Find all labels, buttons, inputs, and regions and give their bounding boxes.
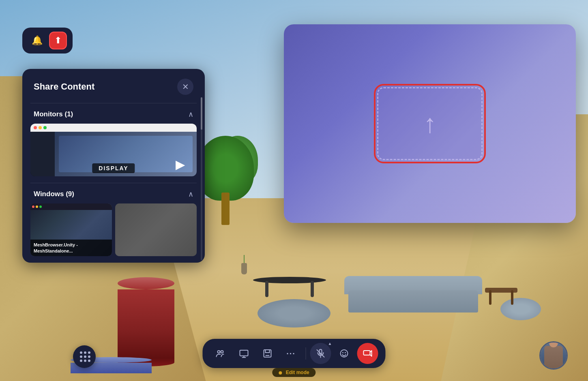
scroll-thumb[interactable] [201, 97, 202, 130]
podium-top [118, 277, 174, 289]
bell-icon: 🔔 [32, 35, 43, 46]
dot-2 [84, 351, 86, 354]
vase-container [241, 255, 247, 274]
panel-close-button[interactable]: ✕ [177, 79, 193, 95]
side-table [485, 280, 517, 305]
svg-point-8 [342, 352, 343, 353]
table-leg-right [311, 281, 314, 297]
blur-preview [115, 203, 197, 256]
sofa [344, 276, 482, 313]
dot-green [43, 126, 47, 129]
table-top [253, 277, 326, 283]
side-table-leg-right [511, 290, 513, 305]
toolbar-separator [306, 347, 306, 360]
window-unity-label: MeshBrowser.Unity - MeshStandalone... [30, 240, 112, 256]
people-button[interactable] [210, 343, 231, 364]
screen-icon [239, 349, 249, 358]
sofa-base [348, 290, 478, 313]
mute-button[interactable]: ▲ [310, 343, 331, 364]
window-thumbnail-unity[interactable]: MeshBrowser.Unity - MeshStandalone... [30, 203, 112, 256]
svg-rect-2 [240, 350, 248, 356]
windows-chevron-icon: ∧ [188, 190, 193, 199]
save-icon [263, 349, 273, 358]
top-left-toolbar: 🔔 ⬆ [22, 28, 73, 54]
monitors-section-title: Monitors (1) [34, 110, 73, 118]
more-dots-icon: ··· [286, 349, 296, 358]
windows-section-title: Windows (9) [34, 190, 74, 198]
tree-trunk [221, 193, 230, 225]
monitor-screenshot-preview: DISPLAY ▶ [30, 124, 197, 176]
dot-3 [88, 351, 90, 354]
screen-button[interactable] [234, 343, 255, 364]
blur-overlay [115, 203, 197, 256]
svg-point-0 [218, 351, 220, 353]
screenshot-topbar [30, 124, 197, 132]
emoji-button[interactable] [334, 343, 355, 364]
panel-title: Share Content [34, 81, 94, 92]
edit-mode-badge: Edit mode [272, 368, 315, 377]
svg-rect-3 [264, 350, 271, 357]
dot-9 [88, 360, 90, 362]
svg-rect-10 [364, 351, 370, 355]
svg-point-1 [221, 351, 223, 353]
dot-6 [88, 355, 90, 358]
coffee-table [253, 269, 326, 297]
dot-8 [84, 360, 86, 362]
windows-section-header[interactable]: Windows (9) ∧ [22, 183, 205, 203]
big-screen: ↑ [284, 24, 576, 223]
avatar-inner [541, 342, 567, 368]
share-screen-icon [363, 349, 373, 358]
unity-topbar [30, 203, 112, 210]
dot-5 [84, 355, 86, 358]
podium-body [118, 289, 174, 358]
svg-point-9 [345, 352, 346, 353]
dot-red [34, 126, 37, 129]
windows-grid: MeshBrowser.Unity - MeshStandalone... [30, 203, 197, 256]
side-table-leg-left [489, 290, 491, 305]
bottom-toolbar: ··· ▲ [203, 339, 386, 368]
microphone-muted-icon [316, 349, 326, 358]
red-podium [118, 277, 174, 358]
monitor-display-label: DISPLAY [92, 163, 135, 173]
share-upload-button[interactable]: ⬆ [49, 32, 67, 49]
dots-grid-icon [80, 351, 89, 362]
upload-icon: ⬆ [54, 35, 62, 46]
edit-mode-dot-icon [279, 371, 282, 375]
dots-menu-button[interactable] [73, 345, 96, 368]
table-leg-left [265, 281, 268, 297]
edit-mode-label: Edit mode [286, 370, 309, 375]
ottoman [258, 299, 330, 327]
share-active-button[interactable] [357, 343, 378, 364]
window-thumbnail-blur[interactable] [115, 203, 197, 256]
dot-1 [80, 351, 82, 354]
screen-upload-zone[interactable]: ↑ [377, 87, 483, 160]
more-button[interactable]: ··· [281, 343, 302, 364]
tree-foliage-main [197, 136, 254, 201]
dot-4 [80, 355, 82, 358]
bell-button[interactable]: 🔔 [28, 32, 46, 49]
emoji-icon [339, 349, 349, 358]
vase [241, 263, 247, 274]
people-icon [216, 349, 225, 358]
panel-header: Share Content ✕ [22, 69, 205, 103]
save-button[interactable] [257, 343, 278, 364]
monitor-thumbnail[interactable]: DISPLAY ▶ [30, 124, 197, 176]
avatar-figure [544, 346, 563, 368]
monitors-chevron-icon: ∧ [188, 110, 193, 119]
monitors-section-header[interactable]: Monitors (1) ∧ [22, 103, 205, 124]
monitor-arrow-icon: ▶ [176, 158, 185, 171]
avatar-button[interactable] [539, 341, 568, 370]
mute-chevron-icon: ▲ [328, 341, 332, 346]
scroll-track[interactable] [201, 97, 202, 260]
avatar-head [549, 341, 558, 347]
upload-arrow-icon: ↑ [423, 111, 436, 137]
screenshot-sidebar [30, 132, 55, 176]
share-content-panel: Share Content ✕ Monitors (1) ∧ DISPLAY ▶ [22, 69, 205, 263]
dot-7 [80, 360, 82, 362]
plant [244, 255, 245, 263]
dot-yellow [39, 126, 42, 129]
